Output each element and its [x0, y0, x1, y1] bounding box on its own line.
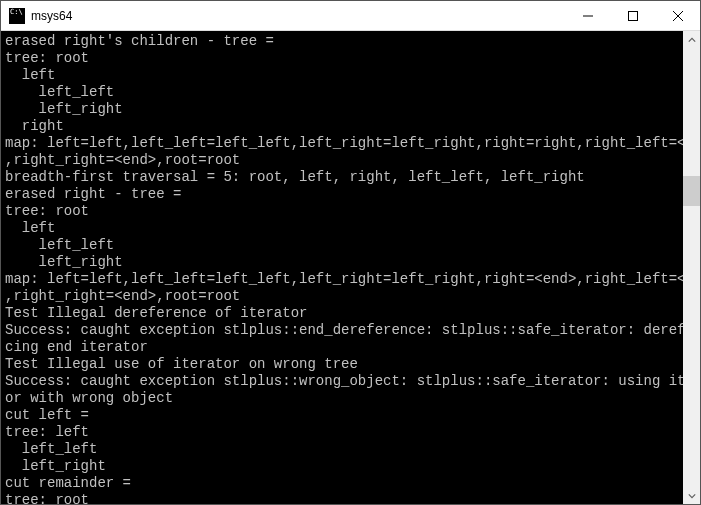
minimize-icon	[583, 11, 593, 21]
app-icon	[9, 8, 25, 24]
content-area: erased right's children - tree = tree: r…	[1, 31, 700, 504]
titlebar[interactable]: msys64	[1, 1, 700, 31]
vertical-scrollbar[interactable]	[683, 31, 700, 504]
window-controls	[565, 1, 700, 30]
minimize-button[interactable]	[565, 1, 610, 30]
window-title: msys64	[31, 9, 72, 23]
scroll-down-button[interactable]	[683, 487, 700, 504]
maximize-button[interactable]	[610, 1, 655, 30]
close-button[interactable]	[655, 1, 700, 30]
chevron-down-icon	[688, 492, 696, 500]
window-frame: msys64 erased right's children - tree = …	[0, 0, 701, 505]
scrollbar-thumb[interactable]	[683, 176, 700, 206]
close-icon	[673, 11, 683, 21]
chevron-up-icon	[688, 36, 696, 44]
terminal-output[interactable]: erased right's children - tree = tree: r…	[1, 31, 683, 504]
maximize-icon	[628, 11, 638, 21]
svg-rect-1	[628, 11, 637, 20]
scroll-up-button[interactable]	[683, 31, 700, 48]
